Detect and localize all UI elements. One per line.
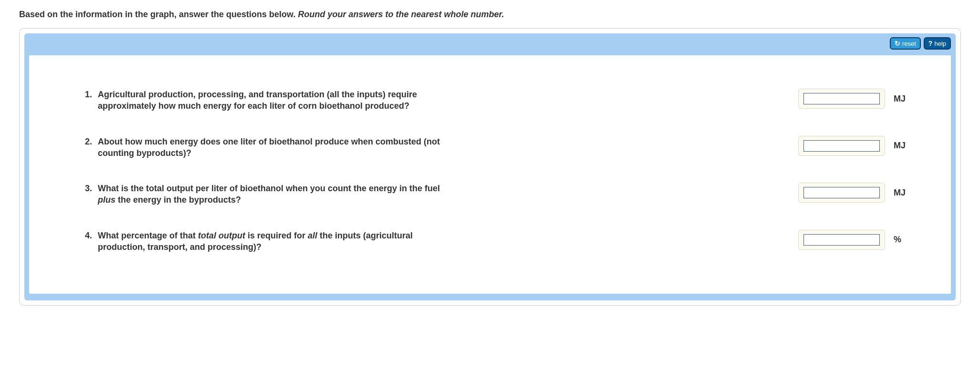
question-body: What is the total output per liter of bi…	[98, 183, 444, 206]
question-number: 4.	[82, 230, 92, 253]
answer-group: MJ	[798, 136, 908, 156]
question-number: 1.	[82, 89, 92, 112]
question-number: 3.	[82, 183, 92, 206]
instruction-text: Based on the information in the graph, a…	[19, 10, 961, 20]
question-row: 4. What percentage of that total output …	[82, 230, 908, 253]
question-text: 4. What percentage of that total output …	[82, 230, 444, 253]
answer-input-wrap	[798, 183, 885, 203]
answer-input[interactable]	[803, 93, 880, 104]
answer-input-wrap	[798, 89, 885, 109]
question-row: 2. About how much energy does one liter …	[82, 136, 908, 159]
instruction-italic: Round your answers to the nearest whole …	[298, 10, 504, 19]
question-panel: 1. Agricultural production, processing, …	[29, 55, 951, 294]
question-row: 3. What is the total output per liter of…	[82, 183, 908, 206]
answer-unit: %	[894, 235, 908, 245]
question-text: 1. Agricultural production, processing, …	[82, 89, 444, 112]
answer-unit: MJ	[894, 94, 908, 104]
question-number: 2.	[82, 136, 92, 159]
help-icon: ?	[928, 40, 933, 47]
answer-unit: MJ	[894, 141, 908, 151]
answer-unit: MJ	[894, 188, 908, 198]
help-button[interactable]: ? help	[924, 37, 951, 50]
question-body: What percentage of that total output is …	[98, 230, 444, 253]
inner-card: ↻ reset ? help 1. Agricultural productio…	[24, 33, 956, 300]
reset-button[interactable]: ↻ reset	[890, 37, 921, 50]
answer-input-wrap	[798, 136, 885, 156]
outer-card: ↻ reset ? help 1. Agricultural productio…	[19, 28, 961, 306]
reset-label: reset	[902, 40, 916, 47]
answer-input[interactable]	[803, 140, 880, 152]
toolbar: ↻ reset ? help	[890, 37, 951, 50]
reset-icon: ↻	[895, 40, 900, 47]
question-text: 2. About how much energy does one liter …	[82, 136, 444, 159]
question-text: 3. What is the total output per liter of…	[82, 183, 444, 206]
instruction-plain: Based on the information in the graph, a…	[19, 10, 298, 19]
answer-input[interactable]	[803, 187, 880, 198]
help-label: help	[934, 40, 946, 47]
question-body: Agricultural production, processing, and…	[98, 89, 444, 112]
answer-group: MJ	[798, 183, 908, 203]
question-body: About how much energy does one liter of …	[98, 136, 444, 159]
answer-input-wrap	[798, 230, 885, 250]
answer-group: %	[798, 230, 908, 250]
question-row: 1. Agricultural production, processing, …	[82, 89, 908, 112]
answer-group: MJ	[798, 89, 908, 109]
answer-input[interactable]	[803, 234, 880, 246]
